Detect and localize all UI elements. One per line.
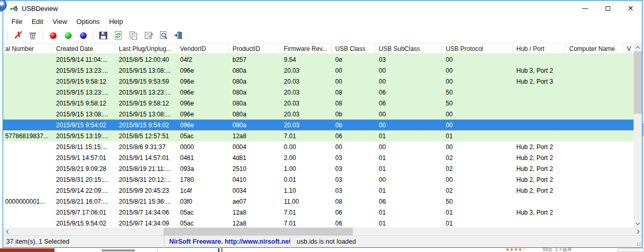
save-icon[interactable] xyxy=(98,30,108,41)
cell: 12a8 xyxy=(229,130,280,141)
status-freeware: NirSoft Freeware. http://www.nirsoft.net xyxy=(164,236,290,248)
toolbar-separator xyxy=(93,31,93,41)
column-header-last-plug-unplug[interactable]: Last Plug/Unplug... xyxy=(115,44,176,54)
exit-icon[interactable] xyxy=(173,30,184,41)
minimize-button[interactable] xyxy=(573,1,596,16)
table-row[interactable]: 2015/9/15 9:54:022015/9/7 14:34:0905ac12… xyxy=(3,218,634,228)
cell xyxy=(513,120,566,130)
cell xyxy=(623,152,632,163)
cell: 00 xyxy=(442,65,513,76)
table-row[interactable]: 2015/9/7 17:06:012015/9/7 14:34:0605ac12… xyxy=(3,207,634,218)
column-header-productid[interactable]: ProductID xyxy=(229,44,280,54)
cell: 093a xyxy=(176,163,229,174)
cell: 096e xyxy=(176,87,229,98)
cell: 7.01 xyxy=(280,218,332,228)
scroll-right-button[interactable] xyxy=(634,228,642,235)
table-row[interactable]: 2015/9/14 11:04:...2015/8/5 12:00:4004f2… xyxy=(3,54,634,65)
horizontal-scrollbar[interactable] xyxy=(3,228,642,235)
table-row[interactable]: 2015/8/11 15:15:...2015/8/6 9:31:3700000… xyxy=(3,141,634,152)
table-row[interactable]: 2015/9/15 9:58:122015/9/15 9:53:59096e08… xyxy=(3,76,634,87)
column-header-hub-port[interactable]: Hub / Port xyxy=(513,44,566,54)
column-header-firmware-rev[interactable]: Firmware Rev... xyxy=(280,44,332,54)
delete-icon[interactable]: ✗ xyxy=(12,30,23,41)
column-header-computer-name[interactable]: Computer Name xyxy=(566,44,623,54)
cell: 2510 xyxy=(229,163,280,174)
background-caption: 59页 1下载券 xyxy=(543,247,572,252)
toolbar: ✗ xyxy=(3,28,642,43)
table-row[interactable]: 2015/9/14 22:09:...2015/9/9 20:45:231c4f… xyxy=(3,185,634,196)
column-header-usb-class[interactable]: USB Class xyxy=(332,44,375,54)
refresh-icon[interactable] xyxy=(113,30,124,41)
horizontal-scroll-thumb[interactable] xyxy=(163,228,353,235)
cell xyxy=(566,185,623,196)
scroll-down-button[interactable] xyxy=(634,219,642,228)
cell: 05ac xyxy=(176,207,229,218)
menu-file[interactable]: File xyxy=(7,17,27,27)
table-row[interactable]: 57786819837...2015/9/15 13:19:...2015/8/… xyxy=(3,130,634,141)
cell xyxy=(566,218,623,228)
cell: 1780 xyxy=(176,174,229,185)
menu-edit[interactable]: Edit xyxy=(27,17,48,27)
table-row[interactable]: 2015/9/15 13:23:...2015/9/15 13:08:...09… xyxy=(3,65,634,76)
scroll-left-button[interactable] xyxy=(3,228,11,235)
table-row[interactable]: 2015/8/31 20:15:...2015/8/31 20:12:...17… xyxy=(3,174,634,185)
column-header-al-number[interactable]: al Number xyxy=(3,44,52,54)
cell: 20.03 xyxy=(280,76,332,87)
menu-view[interactable]: View xyxy=(48,17,72,27)
cell xyxy=(3,98,52,109)
column-header-usb-subclass[interactable]: USB SubClass xyxy=(375,44,442,54)
cell xyxy=(566,141,623,152)
cell xyxy=(566,130,623,141)
table-row[interactable]: 2015/9/1 14:57:012015/9/1 14:57:0104614d… xyxy=(3,152,634,163)
cell: 03f0 xyxy=(176,196,229,207)
cell: 2015/9/15 9:53:59 xyxy=(115,76,176,87)
cell: 00 xyxy=(375,120,442,130)
cell xyxy=(513,54,566,65)
cell xyxy=(623,174,632,185)
scroll-up-button[interactable] xyxy=(634,43,642,51)
cell: 00 xyxy=(375,109,442,120)
table-row[interactable]: 2015/8/21 9:09:282015/8/19 21:11:...093a… xyxy=(3,163,634,174)
titlebar: USBDeview ✕ xyxy=(3,1,642,16)
cell xyxy=(566,76,623,87)
table-row[interactable]: 2015/9/15 13:08:...2015/9/15 13:08:...09… xyxy=(3,109,634,120)
table-row[interactable]: 2015/9/15 13:23:...2015/9/15 13:23:...09… xyxy=(3,87,634,98)
menu-help[interactable]: Help xyxy=(104,17,128,27)
cell: 00 xyxy=(332,76,375,87)
cell: 20.03 xyxy=(280,98,332,109)
close-button[interactable]: ✕ xyxy=(619,1,642,16)
cell: 08 xyxy=(332,98,375,109)
cell: 2015/9/15 9:54:02 xyxy=(115,120,176,130)
nirsoft-link[interactable]: NirSoft Freeware. http://www.nirsoft.net xyxy=(169,238,290,245)
table-row[interactable]: 2015/9/15 9:54:022015/9/15 9:54:02096e08… xyxy=(3,120,634,130)
cell: 2015/9/7 17:06:01 xyxy=(52,207,115,218)
green-ball-icon[interactable] xyxy=(63,30,73,41)
menu-options[interactable]: Options xyxy=(72,17,104,27)
red-ball-icon[interactable] xyxy=(48,30,58,41)
table-row[interactable]: 0000000001...2015/8/21 16:07:...2015/8/2… xyxy=(3,196,634,207)
cell: 2015/8/5 12:57:51 xyxy=(115,130,176,141)
column-header-usb-protocol[interactable]: USB Protocol xyxy=(442,44,513,54)
cell: 0461 xyxy=(176,152,229,163)
cell xyxy=(566,174,623,185)
find-icon[interactable] xyxy=(158,30,169,41)
vertical-scroll-thumb[interactable] xyxy=(634,51,642,114)
column-header-created-date[interactable]: Created Date xyxy=(52,44,115,54)
column-header-v[interactable]: V xyxy=(623,44,632,54)
chevron-down-icon xyxy=(636,221,640,225)
cell: 2015/8/6 9:31:37 xyxy=(115,141,176,152)
vertical-scrollbar[interactable] xyxy=(634,43,642,228)
cell: 0e xyxy=(332,54,375,65)
toolbar-separator xyxy=(7,31,8,41)
column-header-vendorid[interactable]: VendorID xyxy=(176,44,229,54)
resize-grip[interactable] xyxy=(637,242,641,246)
properties-icon[interactable] xyxy=(143,30,154,41)
table-row[interactable]: 2015/9/15 9:58:122015/9/15 9:58:12096e08… xyxy=(3,98,634,109)
cell xyxy=(566,152,623,163)
maximize-button[interactable] xyxy=(596,1,619,16)
uninstall-icon[interactable] xyxy=(28,30,38,41)
background-mark xyxy=(221,248,223,252)
cell: 12a8 xyxy=(229,218,280,228)
blue-ball-icon[interactable] xyxy=(78,30,88,41)
copy-icon[interactable] xyxy=(128,30,139,41)
